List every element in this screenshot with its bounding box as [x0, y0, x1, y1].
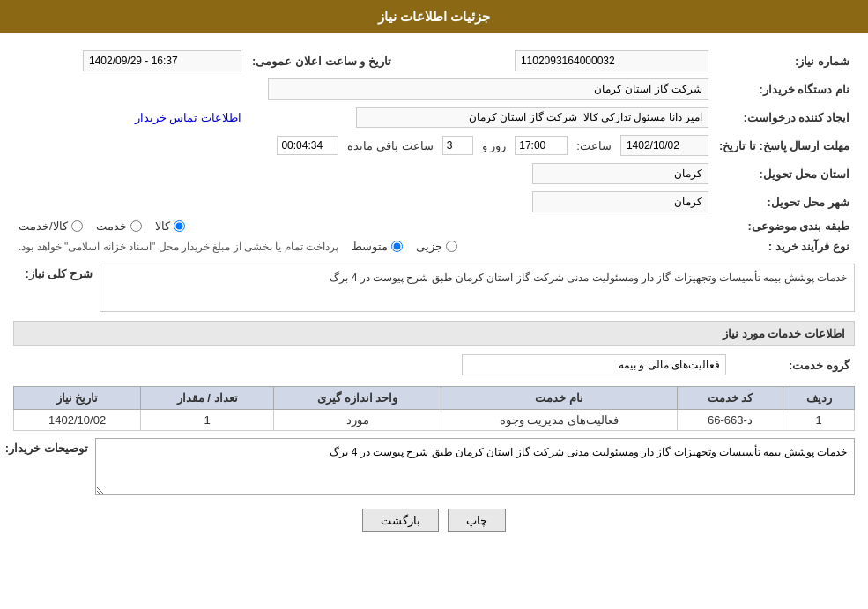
category-cell: کالا خدمت کالا/خدمت: [13, 216, 714, 236]
buyer-notes-label: توصیحات خریدار:: [13, 438, 88, 455]
deadline-cell: ساعت: روز و ساعت باقی مانده: [13, 131, 714, 160]
deadline-days-input: [442, 136, 473, 155]
col-header-row: ردیف: [783, 387, 855, 410]
services-table: ردیف کد خدمت نام خدمت واحد اندازه گیری ت…: [13, 386, 855, 431]
province-input: [532, 163, 708, 184]
announce-label: تاریخ و ساعت اعلان عمومی:: [247, 47, 397, 75]
table-row: 1 د-663-66 فعالیت‌های مدیریت وجوه مورد 1…: [14, 410, 855, 431]
creator-input: [356, 107, 708, 128]
buyer-notes-section: توصیحات خریدار:: [13, 438, 855, 495]
cell-service-code: د-663-66: [677, 410, 783, 431]
deadline-remaining-input: [277, 136, 338, 155]
process-jozii-radio[interactable]: [446, 241, 457, 252]
main-content: شماره نیاز: تاریخ و ساعت اعلان عمومی: نا…: [0, 33, 868, 559]
creator-cell: [247, 103, 714, 131]
province-label: استان محل تحویل:: [714, 160, 855, 188]
category-kala-radio[interactable]: [174, 220, 185, 232]
category-kala-khadamat-label: کالا/خدمت: [19, 219, 68, 233]
buyer-notes-textarea[interactable]: [95, 438, 855, 495]
deadline-label: مهلت ارسال پاسخ: تا تاریخ:: [714, 131, 855, 160]
category-label: طبقه بندی موضوعی:: [714, 216, 855, 236]
need-number-label: شماره نیاز:: [714, 47, 855, 75]
contact-link-cell: اطلاعات تماس خریدار: [13, 103, 247, 131]
need-number-cell: [432, 47, 714, 75]
category-khadamat-option[interactable]: خدمت: [96, 219, 142, 233]
page-header: جزئیات اطلاعات نیاز: [0, 0, 868, 33]
service-group-input[interactable]: [462, 354, 726, 375]
cell-quantity: 1: [141, 410, 274, 431]
cell-need-date: 1402/10/02: [14, 410, 141, 431]
service-group-table: گروه خدمت:: [13, 351, 855, 379]
need-description-text: خدمات پوشش بیمه تأسیسات وتجهیزات گاز دار…: [330, 271, 847, 284]
category-radio-group: کالا خدمت کالا/خدمت: [19, 219, 708, 233]
announce-cell: [13, 47, 247, 75]
services-section-title: اطلاعات خدمات مورد نیاز: [13, 321, 855, 346]
process-label: نوع فرآیند خرید :: [714, 236, 855, 256]
contact-link[interactable]: اطلاعات تماس خریدار: [135, 111, 241, 124]
category-kala-label: کالا: [155, 219, 170, 233]
col-header-unit: واحد اندازه گیری: [274, 387, 441, 410]
city-input: [532, 191, 708, 212]
cell-row-num: 1: [783, 410, 855, 431]
process-radio-group: جزیی متوسط پرداخت تمام یا بخشی از مبلغ خ…: [19, 240, 708, 253]
need-number-input: [515, 50, 708, 71]
category-kala-khadamat-radio[interactable]: [71, 220, 83, 232]
page-container: جزئیات اطلاعات نیاز شماره نیاز: تاریخ و …: [0, 0, 868, 609]
col-header-code: کد خدمت: [677, 387, 783, 410]
process-motavasset-radio[interactable]: [391, 241, 403, 252]
cell-unit: مورد: [274, 410, 441, 431]
process-jozii-option[interactable]: جزیی: [416, 240, 457, 253]
category-khadamat-radio[interactable]: [130, 220, 142, 232]
page-title: جزئیات اطلاعات نیاز: [378, 9, 490, 24]
creator-label: ایجاد کننده درخواست:: [714, 103, 855, 131]
deadline-remaining-label: ساعت باقی مانده: [347, 139, 433, 152]
col-header-qty: تعداد / مقدار: [141, 387, 274, 410]
category-kala-khadamat-option[interactable]: کالا/خدمت: [19, 219, 83, 233]
service-group-label: گروه خدمت:: [731, 351, 855, 379]
deadline-date-input: [620, 135, 708, 156]
buyer-org-input: [268, 78, 708, 100]
deadline-time-label: ساعت:: [576, 139, 612, 152]
service-group-cell: [13, 351, 731, 379]
city-cell: [13, 188, 714, 216]
announce-input: [83, 50, 241, 71]
col-header-name: نام خدمت: [441, 387, 677, 410]
city-label: شهر محل تحویل:: [714, 188, 855, 216]
deadline-days-label: روز و: [482, 139, 507, 152]
need-description-label: شرح کلی نیاز:: [13, 264, 93, 280]
info-table-top: شماره نیاز: تاریخ و ساعت اعلان عمومی: نا…: [13, 47, 855, 256]
buyer-org-cell: [13, 75, 714, 103]
payment-note-text: پرداخت تمام یا بخشی از مبلغ خریدار محل "…: [19, 241, 338, 253]
process-motavasset-option[interactable]: متوسط: [352, 240, 403, 253]
process-cell: جزیی متوسط پرداخت تمام یا بخشی از مبلغ خ…: [13, 236, 714, 256]
buyer-org-label: نام دستگاه خریدار:: [714, 75, 855, 103]
process-motavasset-label: متوسط: [352, 240, 388, 253]
category-kala-option[interactable]: کالا: [155, 219, 185, 233]
province-cell: [13, 160, 714, 188]
back-button[interactable]: بازگشت: [362, 509, 439, 532]
col-header-date: تاریخ نیاز: [14, 387, 141, 410]
deadline-time-input: [515, 136, 568, 155]
category-khadamat-label: خدمت: [96, 219, 127, 233]
print-button[interactable]: چاپ: [448, 509, 506, 532]
process-jozii-label: جزیی: [416, 240, 442, 253]
cell-service-name: فعالیت‌های مدیریت وجوه: [441, 410, 677, 431]
need-description-section: خدمات پوشش بیمه تأسیسات وتجهیزات گاز دار…: [13, 264, 855, 312]
button-row: چاپ بازگشت: [13, 509, 855, 532]
need-description-box: خدمات پوشش بیمه تأسیسات وتجهیزات گاز دار…: [100, 264, 855, 312]
